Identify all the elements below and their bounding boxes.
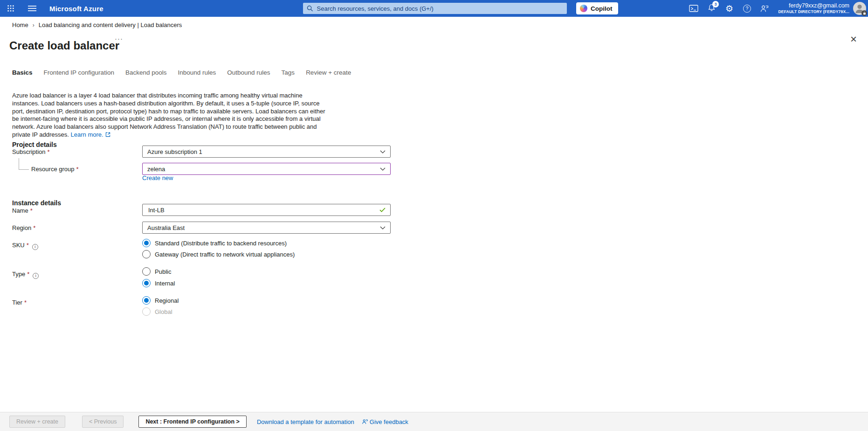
required-asterisk: * — [33, 224, 35, 231]
radio-selected-icon — [142, 279, 151, 287]
intro-text: Azure load balancer is a layer 4 load ba… — [12, 92, 325, 138]
name-label: Name* — [12, 207, 33, 214]
give-feedback[interactable]: Give feedback — [362, 418, 408, 425]
learn-more-link[interactable]: Learn more. — [71, 131, 103, 138]
info-icon[interactable] — [32, 244, 38, 250]
region-select[interactable]: Australia East — [142, 222, 391, 234]
copilot-label: Copilot — [591, 5, 613, 12]
required-asterisk: * — [30, 207, 33, 214]
sku-option-gateway[interactable]: Gateway (Direct traffic to network virtu… — [142, 250, 295, 258]
resource-group-value: zelena — [147, 166, 165, 173]
radio-disabled-icon — [142, 307, 151, 316]
settings-button[interactable]: ⚙ — [720, 0, 738, 17]
radio-unselected-icon — [142, 267, 151, 276]
sku-label: SKU* — [12, 242, 38, 250]
more-options-button[interactable]: ··· — [115, 35, 123, 42]
required-asterisk: * — [27, 271, 29, 278]
sku-option-standard[interactable]: Standard (Distribute traffic to backend … — [142, 239, 287, 247]
required-asterisk: * — [27, 242, 29, 249]
account-info[interactable]: ferdy79xxz@gmail.com DEFAULT DIRECTORY (… — [778, 2, 849, 14]
top-bar: Microsoft Azure Copilot 3 — [0, 0, 868, 17]
hamburger-menu-button[interactable] — [23, 0, 41, 17]
download-template-link[interactable]: Download a template for automation — [257, 418, 354, 425]
wizard-footer: Review + create < Previous Next : Fronte… — [0, 412, 868, 431]
tab-outbound-rules[interactable]: Outbound rules — [227, 69, 270, 76]
previous-button[interactable]: < Previous — [82, 416, 124, 428]
give-feedback-icon — [362, 418, 368, 425]
tab-basics[interactable]: Basics — [12, 69, 33, 76]
info-icon[interactable] — [33, 273, 39, 279]
next-button[interactable]: Next : Frontend IP configuration > — [138, 416, 247, 428]
tab-inbound-rules[interactable]: Inbound rules — [178, 69, 216, 76]
notification-count-badge: 3 — [712, 1, 719, 7]
feedback-button[interactable] — [756, 0, 773, 17]
lock-icon — [861, 10, 867, 16]
required-asterisk: * — [24, 299, 27, 306]
type-option-public[interactable]: Public — [142, 267, 171, 276]
tier-option-regional[interactable]: Regional — [142, 296, 179, 305]
external-link-icon — [105, 132, 110, 139]
intro-paragraph: Azure load balancer is a layer 4 load ba… — [12, 92, 330, 139]
help-icon: ? — [743, 5, 751, 13]
subscription-value: Azure subscription 1 — [147, 148, 202, 155]
wizard-tabs: Basics Frontend IP configuration Backend… — [12, 69, 362, 76]
page-title: Create load balancer — [9, 39, 119, 52]
type-option-internal[interactable]: Internal — [142, 279, 175, 287]
subscription-select[interactable]: Azure subscription 1 — [142, 146, 391, 158]
resource-group-select[interactable]: zelena — [142, 163, 391, 175]
help-button[interactable]: ? — [738, 0, 756, 17]
instance-details-heading: Instance details — [12, 199, 61, 207]
cloud-shell-icon — [689, 4, 698, 13]
copilot-button[interactable]: Copilot — [576, 2, 618, 14]
breadcrumb-separator: › — [33, 22, 34, 28]
cloud-shell-button[interactable] — [685, 0, 703, 17]
subscription-label: Subscription* — [12, 148, 50, 155]
tier-option-global: Global — [142, 307, 172, 316]
top-bar-right: 3 ⚙ ? ferdy79xxz@gmail.com DEFAULT DIREC… — [685, 0, 868, 17]
field-connector-line — [19, 158, 29, 170]
global-search[interactable] — [303, 3, 567, 14]
tab-backend-pools[interactable]: Backend pools — [125, 69, 167, 76]
breadcrumb-home-link[interactable]: Home — [12, 21, 28, 28]
tab-review-create[interactable]: Review + create — [306, 69, 351, 76]
gear-icon: ⚙ — [725, 4, 733, 13]
required-asterisk: * — [48, 148, 50, 155]
create-new-link[interactable]: Create new — [142, 174, 173, 181]
tier-label: Tier* — [12, 299, 27, 306]
valid-check-icon — [379, 208, 386, 212]
region-value: Australia East — [147, 224, 185, 231]
review-create-button[interactable]: Review + create — [9, 416, 65, 428]
name-input[interactable] — [147, 206, 379, 214]
chevron-down-icon — [380, 167, 386, 171]
notifications-button[interactable]: 3 — [703, 0, 720, 17]
copilot-icon — [580, 5, 587, 12]
give-feedback-link[interactable]: Give feedback — [370, 418, 408, 425]
feedback-person-icon — [760, 4, 769, 13]
azure-brand-link[interactable]: Microsoft Azure — [49, 5, 103, 13]
search-icon — [307, 5, 313, 12]
close-icon[interactable]: × — [850, 34, 857, 45]
region-label: Region* — [12, 224, 35, 231]
app-launcher-button[interactable] — [2, 0, 20, 17]
breadcrumb: Home›Load balancing and content delivery… — [12, 21, 182, 28]
search-input[interactable] — [316, 5, 564, 13]
project-details-heading: Project details — [12, 141, 57, 148]
radio-unselected-icon — [142, 250, 151, 258]
chevron-down-icon — [380, 226, 386, 229]
tab-tags[interactable]: Tags — [282, 69, 295, 76]
account-directory: DEFAULT DIRECTORY (FERDY79X... — [778, 9, 849, 14]
resource-group-label: Resource group* — [31, 166, 79, 173]
account-email: ferdy79xxz@gmail.com — [778, 2, 849, 9]
name-field — [142, 204, 391, 216]
chevron-down-icon — [380, 150, 386, 153]
avatar[interactable] — [853, 2, 866, 15]
required-asterisk: * — [76, 166, 79, 173]
tab-frontend-ip-configuration[interactable]: Frontend IP configuration — [44, 69, 114, 76]
breadcrumb-current-link[interactable]: Load balancing and content delivery | Lo… — [39, 21, 182, 28]
type-label: Type* — [12, 271, 39, 279]
hamburger-icon — [28, 5, 36, 12]
radio-selected-icon — [142, 296, 151, 305]
radio-selected-icon — [142, 239, 151, 247]
waffle-grid-icon — [7, 5, 14, 12]
